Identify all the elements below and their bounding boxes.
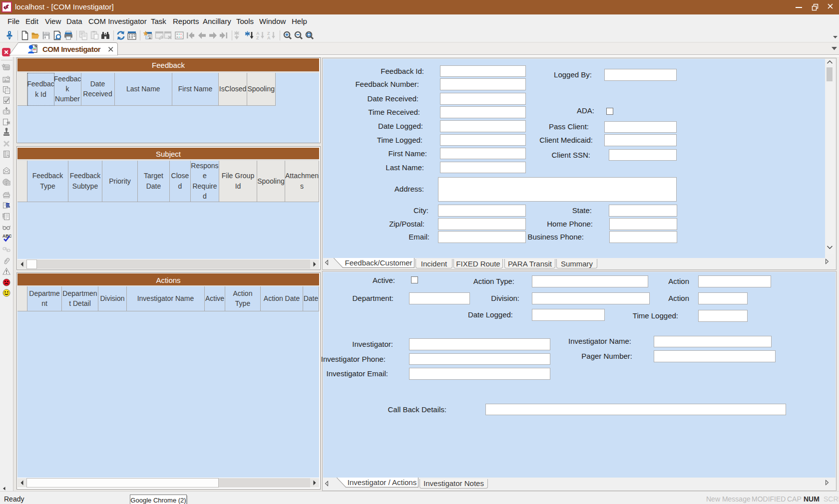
svg-text:A: A — [267, 35, 271, 40]
svg-text:Z: Z — [256, 35, 259, 40]
svg-text:ABC: ABC — [2, 234, 11, 239]
